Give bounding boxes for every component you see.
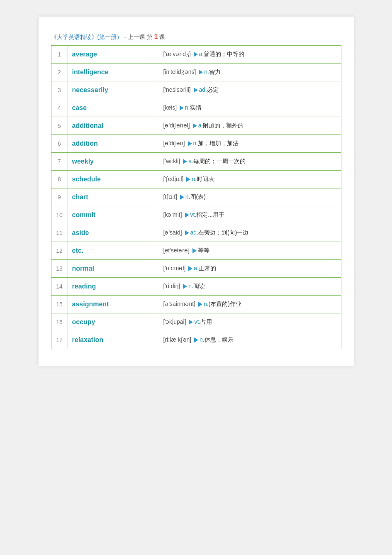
word-phonetic: ['ɔkjupai] [163,318,188,325]
word-number: 3 [51,81,68,99]
word-pos: a. [198,122,203,129]
word-definition: ['nesisərili] ad.必定 [159,81,341,99]
word-phonetic: [in'telidʒəns] [163,68,198,75]
word-definition: [keis] n.实情 [159,99,341,117]
table-row: 10commit[kə'mit] vt.指定...用于 [51,206,341,224]
word-meaning: 占用 [200,318,212,325]
word-number: 11 [51,224,68,242]
table-row: 7weekly['wi:kli] a.每周的；一周一次的 [51,153,341,171]
word-phonetic: [ə'said] [163,229,184,236]
audio-icon[interactable] [180,105,184,110]
word-pos: n. [188,283,193,289]
word-pos: n. [200,336,205,343]
word-phonetic: ['æ vəridʒ] [163,51,192,57]
word-meaning: 智力 [209,68,221,75]
audio-icon[interactable] [189,320,193,325]
table-row: 16occupy['ɔkjupai] vt.占用 [51,313,341,331]
word-definition: [kə'mit] vt.指定...用于 [159,206,341,224]
word-definition: [tʃɑ:t] n.图(表) [159,188,341,206]
word-definition: [ri:læ kʃən] n.休息，娱乐 [159,331,341,349]
word-english: case [68,99,159,117]
audio-icon[interactable] [188,141,192,146]
audio-icon[interactable] [186,177,190,182]
word-meaning: 普通的；中等的 [204,51,244,57]
word-definition: [ə'sainmənt] n.(布置的)作业 [159,296,341,313]
word-english: occupy [68,313,159,331]
table-row: 13normal['nɔ:məl] a.正常的 [51,260,341,278]
word-meaning: 必定 [207,86,219,93]
word-definition: [ə'diʃənəl] a.附加的，额外的 [159,117,341,135]
audio-icon[interactable] [180,195,184,200]
audio-icon[interactable] [185,213,189,218]
table-row: 14reading['ri:diŋ] n.阅读 [51,278,341,296]
word-phonetic: ['ʃedju:l] [163,176,185,182]
audio-icon[interactable] [194,337,198,342]
word-english: schedule [68,171,159,188]
title-separator: - 上一课 第 [124,34,154,40]
audio-icon[interactable] [183,284,187,289]
word-english: assignment [68,296,159,313]
word-pos: n. [204,68,209,75]
lesson-suffix: 课 [159,34,165,40]
word-number: 7 [51,153,68,171]
word-meaning: 附加的，额外的 [203,122,243,129]
table-row: 8schedule['ʃedju:l] n.时间表 [51,171,341,188]
audio-icon[interactable] [185,230,189,235]
table-row: 15assignment[ə'sainmənt] n.(布置的)作业 [51,296,341,313]
audio-icon[interactable] [194,52,198,57]
word-meaning: (布置的)作业 [209,301,241,307]
word-number: 10 [51,206,68,224]
audio-icon[interactable] [188,266,192,271]
audio-icon[interactable] [192,248,197,253]
word-definition: ['ʃedju:l] n.时间表 [159,171,341,188]
word-phonetic: [et'setərə] [163,247,191,254]
audio-icon[interactable] [199,70,203,75]
word-number: 9 [51,188,68,206]
word-number: 5 [51,117,68,135]
word-english: reading [68,278,159,296]
word-pos: ad. [190,229,198,236]
word-definition: ['ri:diŋ] n.阅读 [159,278,341,296]
word-meaning: 加，增加，加法 [198,140,239,147]
book-title: 《大学英语精读》(第一册） [51,34,123,40]
word-number: 15 [51,296,68,313]
word-definition: ['æ vəridʒ] a.普通的；中等的 [159,46,341,64]
word-pos: a. [188,158,193,164]
word-english: commit [68,206,159,224]
word-meaning: 实情 [190,104,202,111]
word-meaning: 休息，娱乐 [205,336,234,343]
word-definition: [ə'diʃən] n.加，增加，加法 [159,135,341,153]
word-number: 17 [51,331,68,349]
table-row: 6addition[ə'diʃən] n.加，增加，加法 [51,135,341,153]
word-number: 13 [51,260,68,278]
audio-icon[interactable] [183,159,187,164]
word-phonetic: ['ri:diŋ] [163,283,182,289]
word-number: 8 [51,171,68,188]
word-number: 16 [51,313,68,331]
word-pos: n. [193,140,198,147]
word-english: average [68,46,159,64]
word-pos: n. [185,193,190,200]
word-number: 6 [51,135,68,153]
table-row: 17relaxation[ri:læ kʃən] n.休息，娱乐 [51,331,341,349]
audio-icon[interactable] [193,123,197,128]
table-row: 5additional[ə'diʃənəl] a.附加的，额外的 [51,117,341,135]
word-phonetic: [ri:læ kʃən] [163,336,193,343]
word-meaning: 等等 [198,247,209,254]
word-meaning: 在旁边；到(向)一边 [198,229,248,236]
table-row: 9chart[tʃɑ:t] n.图(表) [51,188,341,206]
word-english: additional [68,117,159,135]
word-english: etc. [68,242,159,260]
audio-icon[interactable] [194,88,198,93]
audio-icon[interactable] [198,302,202,307]
word-pos: ad. [199,86,207,93]
word-number: 14 [51,278,68,296]
word-definition: [ə'said] ad.在旁边；到(向)一边 [159,224,341,242]
word-phonetic: [tʃɑ:t] [163,193,179,200]
word-english: normal [68,260,159,278]
table-row: 2intelligence[in'telidʒəns] n.智力 [51,64,341,81]
word-meaning: 指定...用于 [196,211,224,218]
word-english: relaxation [68,331,159,349]
word-meaning: 每周的；一周一次的 [193,158,246,164]
word-definition: ['wi:kli] a.每周的；一周一次的 [159,153,341,171]
